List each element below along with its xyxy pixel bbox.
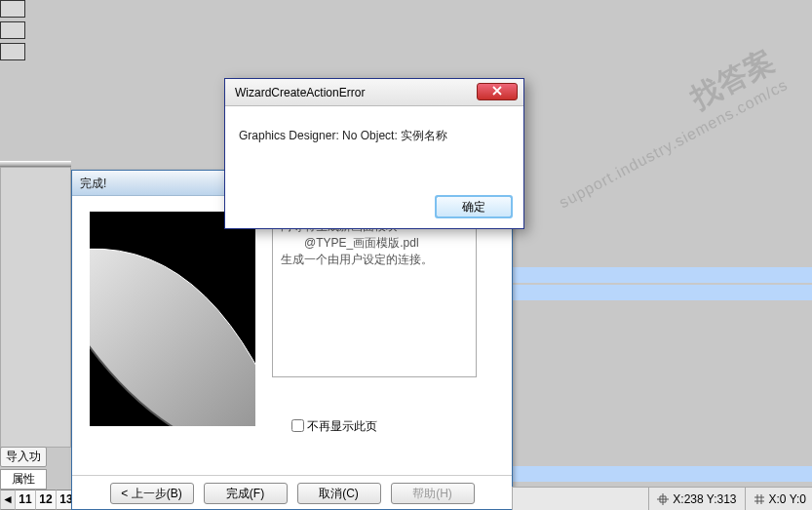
- import-button[interactable]: 导入功能: [0, 447, 47, 467]
- wizard-text-line: 生成一个由用户设定的连接。: [281, 252, 468, 268]
- watermark-line: 找答案: [538, 41, 783, 197]
- help-button[interactable]: 帮助(H): [391, 483, 475, 504]
- ok-button[interactable]: 确定: [436, 196, 512, 217]
- palette-swatch[interactable]: 12: [35, 490, 57, 510]
- error-message: Graphics Designer: No Object: 实例名称: [225, 106, 523, 192]
- lower-panel: [0, 167, 71, 448]
- error-title-text: WizardCreateActionError: [235, 86, 365, 99]
- palette-scroll-left[interactable]: ◄: [0, 490, 16, 510]
- finish-button[interactable]: 完成(F): [204, 483, 288, 504]
- selection-strip: [512, 466, 812, 482]
- properties-tab[interactable]: 属性: [0, 469, 47, 490]
- wizard-image: [90, 212, 255, 426]
- cancel-button[interactable]: 取消(C): [297, 483, 381, 504]
- coord-text: X:0 Y:0: [769, 492, 806, 506]
- size-icon: [754, 493, 765, 505]
- checkbox-input[interactable]: [291, 419, 304, 432]
- status-bar: X:238 Y:313 X:0 Y:0: [512, 487, 812, 510]
- selection-strip: [512, 285, 812, 300]
- cursor-position: X:238 Y:313: [648, 488, 744, 510]
- watermark-line: support.industry.siemens.com/cs: [557, 76, 791, 212]
- error-titlebar[interactable]: WizardCreateActionError: [225, 79, 523, 106]
- watermark: 找答案 support.industry.siemens.com/cs: [538, 41, 792, 212]
- palette-swatch[interactable]: 11: [15, 490, 36, 510]
- object-position: X:0 Y:0: [745, 488, 812, 510]
- wizard-text-line: @TYPE_画面模版.pdl: [281, 235, 468, 252]
- coord-text: X:238 Y:313: [673, 492, 736, 506]
- wizard-button-bar: < 上一步(B) 完成(F) 取消(C) 帮助(H): [72, 475, 512, 510]
- wizard-description: 向导将生成新画面模块 @TYPE_画面模版.pdl 生成一个由用户设定的连接。: [272, 212, 477, 377]
- close-button[interactable]: [477, 83, 518, 100]
- checkbox-label: 不再显示此页: [307, 419, 377, 433]
- back-button[interactable]: < 上一步(B): [110, 483, 194, 504]
- status-spacer: [512, 488, 648, 510]
- error-dialog: WizardCreateActionError Graphics Designe…: [224, 78, 524, 229]
- selection-strip: [512, 267, 812, 283]
- dont-show-again-checkbox[interactable]: 不再显示此页: [291, 418, 377, 435]
- crosshair-icon: [657, 493, 669, 505]
